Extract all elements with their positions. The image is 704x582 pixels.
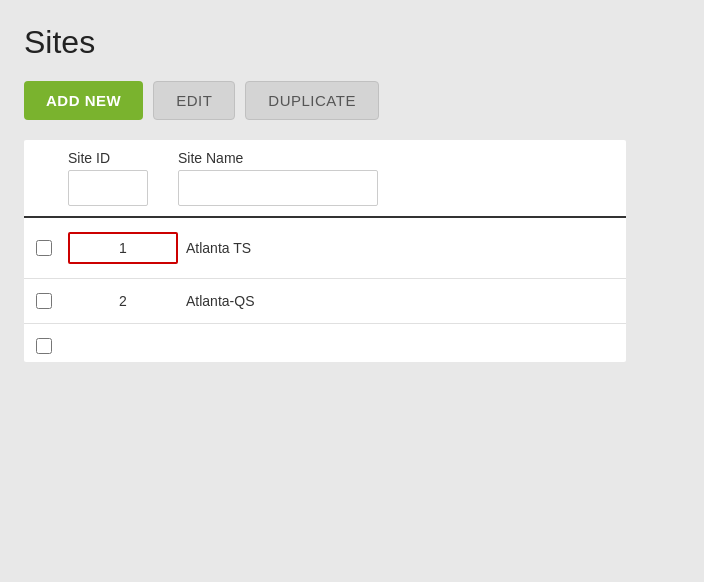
toolbar: ADD NEW EDIT DUPLICATE [24,81,626,120]
duplicate-button[interactable]: DUPLICATE [245,81,379,120]
page-title: Sites [24,24,626,61]
row-checkbox-1[interactable] [36,240,68,256]
filter-input-site-name[interactable] [178,170,378,206]
row-cell-name-2: Atlanta-QS [178,293,614,309]
row-checkbox-2[interactable] [36,293,68,309]
row-cell-name-1: Atlanta TS [178,240,614,256]
table-row: 1 Atlanta TS [24,218,626,279]
col-header-site-id: Site ID [68,150,110,166]
checkbox-row-2[interactable] [36,293,52,309]
checkbox-row-1[interactable] [36,240,52,256]
row-cell-id-2: 2 [68,293,178,309]
filter-row: Site ID Site Name [24,140,626,218]
add-new-button[interactable]: ADD NEW [24,81,143,120]
filter-cell-site-name: Site Name [178,150,614,206]
col-header-site-name: Site Name [178,150,243,166]
row-checkbox-partial[interactable] [36,338,68,354]
table-row: 2 Atlanta-QS [24,279,626,324]
page-container: Sites ADD NEW EDIT DUPLICATE Site ID Sit… [0,0,650,362]
filter-input-site-id[interactable] [68,170,148,206]
partial-row [24,324,626,362]
filter-cell-site-id: Site ID [68,150,178,206]
row-cell-id-1: 1 [68,232,178,264]
edit-button[interactable]: EDIT [153,81,235,120]
sites-table: Site ID Site Name 1 Atlanta TS 2 [24,140,626,362]
checkbox-row-partial[interactable] [36,338,52,354]
